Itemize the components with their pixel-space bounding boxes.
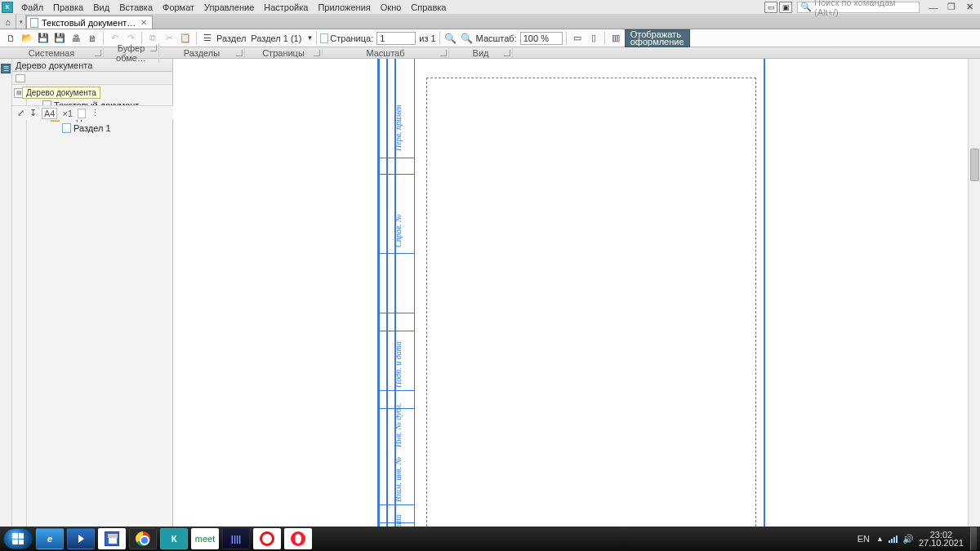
menu-manage[interactable]: Управление: [199, 1, 259, 14]
taskbar-meet-button[interactable]: meet: [191, 528, 219, 549]
chevron-down-icon: ▼: [306, 34, 313, 42]
menu-view[interactable]: Вид: [88, 1, 114, 14]
tree-section1-node[interactable]: Раздел 1: [29, 122, 171, 134]
side-label-podp-data: Подп. и дата: [394, 341, 403, 388]
page-format-label: A4: [42, 108, 57, 119]
chrome-icon: [136, 531, 150, 546]
more-icon[interactable]: ⋮: [91, 108, 100, 118]
side-divider: [379, 390, 415, 391]
red-ring-icon: [260, 531, 274, 546]
side-label-sprav-no: Справ. №: [394, 215, 403, 247]
menu-help[interactable]: Справка: [406, 1, 451, 14]
group-launcher-icon[interactable]: [440, 50, 447, 56]
tray-chevron-up-icon[interactable]: ▲: [876, 535, 884, 543]
document-tab-strip: ⌂ ▾ Текстовый документ… ✕: [0, 15, 980, 29]
section-props-button[interactable]: ☰: [200, 31, 215, 46]
preview-button[interactable]: 🗎: [85, 31, 100, 46]
taskbar-app2-button[interactable]: [253, 528, 281, 549]
menu-setup[interactable]: Настройка: [259, 1, 313, 14]
group-launcher-icon[interactable]: [314, 50, 320, 56]
print-button[interactable]: 🖶: [69, 31, 83, 46]
tab-close-button[interactable]: ✕: [139, 18, 149, 27]
taskbar-kompas-button[interactable]: К: [160, 528, 188, 549]
window-restore-button[interactable]: ❐: [942, 1, 960, 14]
menu-edit[interactable]: Правка: [48, 1, 88, 14]
opera-icon: [291, 531, 305, 546]
menu-window[interactable]: Окно: [376, 1, 407, 14]
app-logo-icon: К: [2, 2, 13, 13]
tree-tooltip: Дерево документа: [22, 87, 100, 99]
home-tab-button[interactable]: ⌂: [0, 15, 16, 29]
home-dropdown-button[interactable]: ▾: [16, 15, 26, 29]
show-desktop-button[interactable]: [970, 527, 977, 550]
text-area-frame[interactable]: [426, 78, 756, 527]
open-button[interactable]: 📂: [20, 31, 34, 46]
taskbar-chrome-button[interactable]: [129, 528, 157, 549]
page-thumb-icon[interactable]: [78, 109, 86, 118]
inner-max-button[interactable]: ▣: [779, 2, 792, 13]
search-placeholder: Поиск по командам (Alt+/): [814, 0, 916, 17]
group-pages: Страницы: [245, 48, 323, 58]
language-indicator[interactable]: EN: [856, 534, 871, 544]
menu-file[interactable]: Файл: [16, 1, 48, 14]
fit-page-button[interactable]: ▯: [586, 31, 601, 46]
taskbar-app1-button[interactable]: ||||: [222, 528, 250, 549]
fit-width-button[interactable]: ▭: [570, 31, 585, 46]
save-as-button[interactable]: 💾: [52, 31, 67, 46]
page-number-input[interactable]: 1: [376, 32, 416, 45]
group-launcher-icon[interactable]: [150, 45, 157, 51]
menu-apps[interactable]: Приложения: [313, 1, 375, 14]
cut-button[interactable]: ✂: [162, 31, 176, 46]
window-close-button[interactable]: ✕: [960, 1, 978, 14]
panel-footer: ⤢ ↧ A4 ×1 ⋮: [12, 105, 173, 120]
zoom-in-button[interactable]: 🔍: [443, 31, 458, 46]
windows-taskbar: e К meet |||| EN ▲ 🔊 23:02 27.10.2021: [0, 527, 980, 551]
tray-clock[interactable]: 23:02 27.10.2021: [919, 531, 964, 547]
inner-min-button[interactable]: ▭: [764, 2, 777, 13]
vertical-scrollbar[interactable]: [968, 59, 980, 527]
section-label: Раздел: [216, 33, 246, 43]
columns-button[interactable]: ▥: [608, 31, 623, 46]
windows-logo-icon: [12, 533, 24, 544]
taskbar-opera-button[interactable]: [284, 528, 312, 549]
volume-icon[interactable]: 🔊: [902, 534, 914, 544]
side-label-perv-primen: Перв. примен: [394, 104, 403, 151]
zoom-input[interactable]: 100 %: [520, 32, 563, 45]
new-doc-button[interactable]: 🗋: [3, 31, 18, 46]
taskbar-explorer-button[interactable]: [98, 528, 126, 549]
section-selector[interactable]: Раздел Раздел 1 (1) ▼: [216, 33, 313, 43]
system-tray[interactable]: EN ▲ 🔊 23:02 27.10.2021: [856, 531, 964, 547]
menu-insert[interactable]: Вставка: [114, 1, 158, 14]
group-zoom: Масштаб: [323, 48, 449, 58]
window-minimize-button[interactable]: —: [924, 1, 942, 14]
document-tab-title: Текстовый документ…: [42, 18, 136, 28]
document-tab[interactable]: Текстовый документ… ✕: [26, 16, 153, 29]
menu-format[interactable]: Формат: [158, 1, 199, 14]
rev-col-1: [379, 59, 387, 527]
network-icon[interactable]: [889, 535, 898, 543]
paste-button[interactable]: 📋: [178, 31, 193, 46]
sort-icon[interactable]: ↧: [29, 108, 37, 118]
scrollbar-thumb[interactable]: [970, 149, 979, 181]
side-divider: [379, 331, 415, 331]
zoom-out-button[interactable]: 🔍: [460, 31, 474, 46]
show-formatting-button[interactable]: Отображать оформление: [625, 29, 690, 47]
taskbar-ie-button[interactable]: e: [36, 528, 64, 549]
document-canvas[interactable]: Перв. примен Справ. № Подп. и дата Инв. …: [173, 59, 980, 527]
group-launcher-icon[interactable]: [504, 50, 510, 56]
group-system: Системная: [0, 48, 104, 58]
side-label-inv-dubl: Инв. № дубл.: [394, 403, 403, 447]
command-search-input[interactable]: 🔍 Поиск по командам (Alt+/): [797, 2, 920, 13]
panel-toolbar-icon[interactable]: [16, 74, 25, 82]
save-button[interactable]: 💾: [36, 31, 51, 46]
scale-icon[interactable]: ⤢: [17, 108, 24, 118]
ribbon-group-labels: Системная Буфер обме… Разделы Страницы М…: [0, 47, 980, 59]
tree-rail-button[interactable]: ☰: [1, 64, 11, 73]
document-tree[interactable]: Дерево документа Текстовый документ ▾ Ра…: [27, 85, 172, 527]
main-area: ☰ Дерево документа ▤ Дерево документа Те…: [0, 59, 980, 527]
taskbar-wmplayer-button[interactable]: [67, 528, 95, 549]
side-label-vzam-inv: Взам. инв. №: [394, 457, 403, 502]
group-launcher-icon[interactable]: [236, 50, 243, 56]
group-launcher-icon[interactable]: [95, 50, 101, 56]
start-button[interactable]: [3, 528, 33, 549]
